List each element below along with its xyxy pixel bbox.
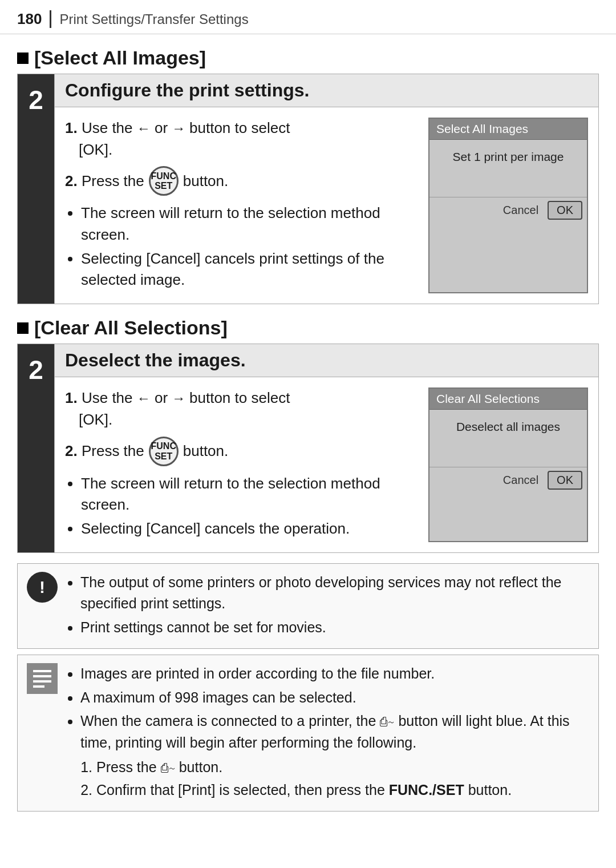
section1-heading: [Select All Images] <box>17 47 599 69</box>
section1-instruction-1: 1. Use the ← or → button to select [OK]. <box>65 118 415 160</box>
left-arrow-icon-1: ← <box>137 120 151 136</box>
page-number: 180 <box>17 10 51 28</box>
printer-icon-sub: ⎙∼ <box>161 761 179 775</box>
section1-bullet-1: The screen will return to the selection … <box>81 203 415 245</box>
func-set-button-2: FUNCSET <box>149 437 179 466</box>
warning-note-box: ! The output of some printers or photo d… <box>17 563 599 649</box>
section2-screen-title: Clear All Selections <box>429 389 587 410</box>
section1-step-block: 2 Configure the print settings. 1. Use t… <box>17 74 599 304</box>
section1-instruction-2: 2. Press the FUNCSET button. <box>65 166 415 196</box>
section2-step-content: Deselect the images. 1. Use the ← or → b… <box>54 344 598 552</box>
bullet-square-icon-2 <box>17 322 29 334</box>
section1-instructions: 1. Use the ← or → button to select [OK].… <box>65 118 415 293</box>
section1-screen-title: Select All Images <box>429 119 587 140</box>
section1-screen-body-text: Set 1 print per image <box>436 150 580 164</box>
section2-bullet-2: Selecting [Cancel] cancels the operation… <box>81 518 415 540</box>
info-note-box: Images are printed in order according to… <box>17 655 599 812</box>
section2-instructions: 1. Use the ← or → button to select [OK].… <box>65 387 415 542</box>
section2-heading: [Clear All Selections] <box>17 317 599 339</box>
section1-cancel-button[interactable]: Cancel <box>500 203 542 218</box>
info-sub-2: Confirm that [Print] is selected, then p… <box>96 780 589 801</box>
left-arrow-icon-2: ← <box>137 390 151 406</box>
section1-step-title: Configure the print settings. <box>55 74 598 107</box>
warning-bullet-1: The output of some printers or photo dev… <box>80 572 589 615</box>
step-number-2: 2 <box>18 344 54 552</box>
section2-bullet-1: The screen will return to the selection … <box>81 473 415 516</box>
info-sub-1: Press the ⎙∼ button. <box>96 757 589 778</box>
section2-cancel-button[interactable]: Cancel <box>500 473 542 488</box>
warning-bullet-2: Print settings cannot be set for movies. <box>80 617 589 639</box>
section2-instruction-2: 2. Press the FUNCSET button. <box>65 437 415 466</box>
warning-note-text: The output of some printers or photo dev… <box>67 572 589 641</box>
section2-instruction-1: 1. Use the ← or → button to select [OK]. <box>65 387 415 430</box>
section1-step-body: 1. Use the ← or → button to select [OK].… <box>55 107 598 304</box>
main-content: [Select All Images] 2 Configure the prin… <box>0 47 616 834</box>
section1-screen-buttons: Cancel OK <box>429 197 587 224</box>
section2-screen-body-text: Deselect all images <box>436 420 580 434</box>
right-arrow-icon-2: → <box>172 390 189 406</box>
printer-icon-inline: ⎙∼ <box>380 714 398 729</box>
info-bullet-2: A maximum of 998 images can be selected. <box>80 687 589 709</box>
info-note-text: Images are printed in order according to… <box>67 663 589 803</box>
page-header: 180 Print Settings/Transfer Settings <box>0 0 616 34</box>
page-header-title: Print Settings/Transfer Settings <box>59 11 248 27</box>
section2-step-title: Deselect the images. <box>55 344 598 377</box>
step-number-1: 2 <box>18 74 54 304</box>
section2-screen-body: Deselect all images <box>429 410 587 467</box>
section1-screen: Select All Images Set 1 print per image … <box>428 118 588 293</box>
section1-screen-body: Set 1 print per image <box>429 140 587 197</box>
info-bullet-3: When the camera is connected to a printe… <box>80 710 589 801</box>
right-arrow-icon-1: → <box>172 120 189 136</box>
section2-step-body: 1. Use the ← or → button to select [OK].… <box>55 377 598 552</box>
lines-icon <box>33 670 51 688</box>
section2-step-block: 2 Deselect the images. 1. Use the ← or →… <box>17 344 599 552</box>
info-bullet-1: Images are printed in order according to… <box>80 663 589 685</box>
section1-ok-button[interactable]: OK <box>548 201 582 220</box>
warning-icon: ! <box>27 572 58 603</box>
section2-screen: Clear All Selections Deselect all images… <box>428 387 588 542</box>
section2-ok-button[interactable]: OK <box>548 471 582 490</box>
func-set-button-1: FUNCSET <box>149 166 179 196</box>
info-icon <box>27 663 58 694</box>
bullet-square-icon <box>17 53 29 64</box>
section1-step-content: Configure the print settings. 1. Use the… <box>54 74 598 304</box>
section2-screen-buttons: Cancel OK <box>429 467 587 494</box>
section1-bullet-2: Selecting [Cancel] cancels print setting… <box>81 248 415 291</box>
